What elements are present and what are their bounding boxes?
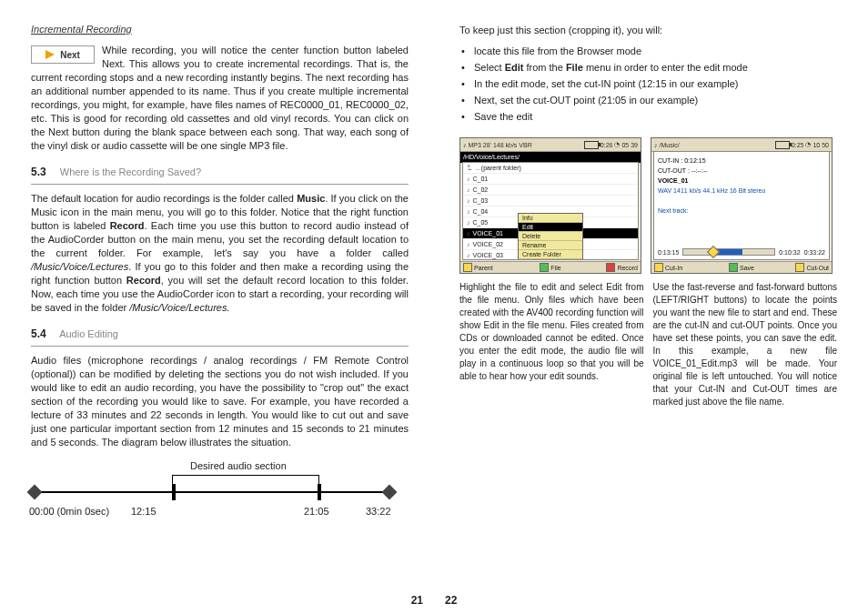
section-5-3-body: The default location for audio recording… [31,192,409,315]
section-5-4-body: Audio files (microphone recordings / ana… [31,354,409,449]
cutin-marker-icon [707,246,720,258]
incremental-recording-body: Next While recording, you will notice th… [31,44,409,153]
file-row: ♪C_03 [463,196,638,206]
music-note-icon: ♪ [463,142,467,148]
btn-parent: Parent [474,265,493,271]
desired-section-label: Desired audio section [190,460,287,471]
battery-icon [775,141,790,149]
caption-columns: Highlight the file to edit and select Ed… [459,281,837,408]
audio-crop-diagram: Desired audio section 00:00 (0min 0sec) … [31,460,395,526]
music-note-icon: ♪ [467,206,470,216]
section-5-4-header: 5.4 Audio Editing [31,327,409,340]
shot-status: 0:25 [792,142,804,148]
edit-screenshot: ♪ /Music/ 0:25 ◔ 10 50 CUT-IN : 0:12:15 … [651,137,833,274]
music-note-icon: ♪ [467,217,470,227]
diamond-end-icon [382,485,398,500]
edit-panel: CUT-IN : 0:12:15 CUT-OUT : --:--:-- VOIC… [653,151,830,260]
music-note-icon: ♪ [467,250,470,260]
progress-bar [682,248,775,256]
section-title: Audio Editing [59,328,118,339]
edit-file-name: VOICE_01 [658,176,825,186]
menu-create-folder: Create Folder [519,250,582,259]
edit-progress-row: 0:13:15 0:10:32 0:33:22 [658,248,825,256]
file-icon [540,263,549,272]
list-item: Save the edit [461,108,837,125]
list-item: Select Edit from the File menu in order … [461,59,837,75]
file-row: ♪C_01 [463,174,638,185]
incremental-recording-heading: Incremental Recording [31,24,409,35]
clock-icon: ◔ [805,141,811,148]
shot-title: MP3 28' 148 kb/s VBR [469,142,532,148]
music-note-icon: ♪ [467,228,470,238]
next-arrow-icon [45,50,55,59]
menu-info: Info [519,214,582,223]
caption-left: Highlight the file to edit and select Ed… [459,281,644,408]
next-button-label: Next [60,48,80,62]
shot-titlebar: ♪ /Music/ 0:25 ◔ 10 50 [651,138,832,152]
section-rule [31,346,409,347]
bracket-icon [172,475,319,485]
btn-file: File [550,265,560,271]
section-number: 5.3 [31,166,46,178]
tick-cut-in-icon [172,484,176,500]
music-note-icon: ♪ [467,185,470,195]
crop-steps-list: locate this file from the Browser mode S… [461,43,837,125]
diamond-start-icon [27,485,43,500]
next-button-illustration: Next [31,45,95,64]
shot-clock: 10 50 [812,142,829,148]
device-screenshots: ♪ MP3 28' 148 kb/s VBR 0:26 ◔ 05 39 /HD/… [459,137,837,274]
time-start: 00:00 (0min 0sec) [29,506,109,517]
time-cut-out: 21:05 [304,506,329,517]
list-item: Next, set the cut-OUT point (21:05 in ou… [461,92,837,108]
btn-cutin: Cut-In [665,265,682,271]
file-list: ⮤.. (parent folder) ♪C_01 ♪C_02 ♪C_03 ♪C… [462,162,639,260]
file-context-menu: Info Edit Delete Rename Create Folder [518,213,583,260]
page-21: Incremental Recording Next While recordi… [0,0,434,614]
shot-title: /Music/ [660,142,680,148]
music-note-icon: ♪ [467,196,470,206]
menu-edit: Edit [519,223,582,232]
tick-cut-out-icon [318,484,321,500]
edit-file-format: WAV 1411 kb/s 44.1 kHz 16 Bit stereo [658,186,825,196]
crop-intro: To keep just this section (cropping it),… [459,24,837,37]
record-icon [606,263,615,272]
file-row: ♪C_02 [463,185,638,196]
music-note-icon: ♪ [654,142,658,148]
svg-marker-0 [45,50,55,59]
section-number: 5.4 [31,327,46,340]
shot-titlebar: ♪ MP3 28' 148 kb/s VBR 0:26 ◔ 05 39 [460,138,641,152]
browser-screenshot: ♪ MP3 28' 148 kb/s VBR 0:26 ◔ 05 39 /HD/… [459,137,641,274]
clock-icon: ◔ [614,141,620,148]
folder-up-icon: ⮤ [467,163,473,173]
parent-folder-row: ⮤.. (parent folder) [463,163,638,174]
cutout-label: CUT-OUT : --:--:-- [658,166,825,176]
section-title: Where is the Recording Saved? [60,166,201,177]
music-note-icon: ♪ [467,174,470,184]
battery-icon [584,141,599,149]
btn-cutout: Cut-Out [806,265,829,271]
timeline-line [35,491,391,493]
btn-record: Record [617,265,638,271]
cutin-label: CUT-IN : 0:12:15 [658,156,825,166]
time-cut-in: 12:15 [131,506,156,517]
page-number: 22 [445,594,457,607]
shot-clock: 05 39 [621,142,638,148]
time-end: 33:22 [366,506,391,517]
save-icon [729,263,738,272]
list-item: locate this file from the Browser mode [461,43,837,59]
menu-rename: Rename [519,241,582,250]
page-22: To keep just this section (cropping it),… [434,0,868,614]
page-number: 21 [411,594,423,607]
section-5-3-header: 5.3 Where is the Recording Saved? [31,166,409,178]
cutin-icon [654,263,663,272]
menu-delete: Delete [519,232,582,241]
time-b: 0:10:32 [779,249,800,256]
shot-status: 0:26 [601,142,613,148]
shot-bottombar: Parent File Record [460,261,641,273]
cutout-icon [795,263,804,272]
time-a: 0:13:15 [658,249,679,256]
btn-save: Save [740,265,754,271]
parent-icon [463,263,472,272]
music-note-icon: ♪ [467,239,470,249]
section-rule [31,184,409,185]
